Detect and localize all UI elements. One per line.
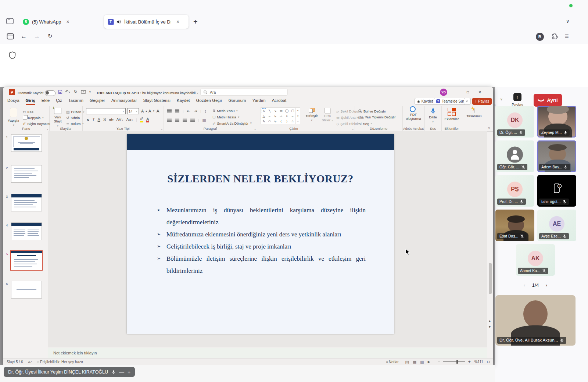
paste-button[interactable]: Yapıştır∨ — [6, 108, 21, 127]
line-spacing-icon[interactable]: ↕ — [204, 109, 207, 113]
tab-audio-icon[interactable] — [116, 19, 121, 24]
slide-thumbnail-2[interactable] — [11, 165, 42, 183]
addins-button[interactable]: Eklentiler — [443, 108, 460, 121]
slide-thumbnail-5-selected[interactable] — [10, 250, 43, 271]
forward-button[interactable]: → — [34, 33, 40, 39]
strikethrough-button[interactable]: ab — [109, 117, 113, 122]
slide-scrollbar[interactable] — [489, 263, 492, 294]
participant-tile[interactable]: PŞ Prof. Dr. ... — [495, 175, 534, 207]
create-pdf-button[interactable]: PDF oluşturma — [405, 107, 422, 121]
shape-icon[interactable]: ↳ — [272, 114, 278, 119]
spellcheck-icon[interactable]: A✓ — [28, 360, 32, 364]
menu-animasyonlar[interactable]: Animasyonlar — [111, 98, 137, 105]
shape-icon[interactable]: ☆ — [290, 119, 295, 124]
pagination-next-icon[interactable]: › — [545, 282, 547, 288]
align-left-icon[interactable] — [167, 118, 172, 122]
shape-icon[interactable]: ⌐ — [290, 114, 295, 119]
shadow-button[interactable]: S — [103, 117, 106, 122]
shape-icon[interactable]: ⌐ — [267, 114, 273, 119]
sidebar-toggle-icon[interactable] — [6, 18, 14, 25]
shape-icon[interactable]: ▢ — [290, 108, 295, 114]
meeting-shield-icon[interactable] — [9, 51, 16, 59]
shapes-gallery-scroll[interactable]: ▴▾≡ — [296, 107, 300, 124]
select-button[interactable]: ↖Seç ∨ — [358, 121, 372, 126]
shape-icon[interactable]: ▭ — [278, 108, 284, 114]
shape-icon[interactable]: } — [284, 119, 290, 124]
current-slide[interactable]: SİZLERDEN NELER BEKLİYORUZ? Mezunlarımız… — [127, 134, 394, 334]
notes-bar[interactable]: Not eklemek için tıklayın — [48, 348, 487, 358]
slideshow-view-icon[interactable]: ▶ — [428, 360, 430, 364]
shape-icon[interactable]: ∿ — [272, 119, 278, 124]
increase-indent-icon[interactable]: ⇥ — [194, 109, 197, 114]
kerning-button[interactable]: AV∨ — [116, 117, 123, 122]
arrange-button[interactable]: Yerleştir∨ — [303, 108, 320, 122]
zoom-percentage[interactable]: %111 — [474, 360, 483, 364]
participant-tile[interactable]: AK Ahmet Ka... — [516, 244, 555, 276]
text-direction-button[interactable]: ⇅Metin Yönü ∨ — [212, 108, 238, 113]
comments-button[interactable] — [464, 98, 471, 105]
menu-ekle[interactable]: Ekle — [42, 98, 50, 105]
participant-tile[interactable]: Zeynep M... — [537, 106, 576, 138]
columns-icon[interactable]: ▥ — [202, 118, 206, 122]
dictate-button[interactable]: Dikte∨ — [426, 108, 440, 124]
menu-gozden-gecir[interactable]: Gözden Geçir — [196, 98, 222, 105]
slide-bullet-list[interactable]: Mezunlarımızın iş dünyası beklentilerini… — [157, 204, 366, 277]
slideshow-icon[interactable] — [81, 90, 86, 94]
collapse-ribbon-icon[interactable]: ∨ — [488, 126, 490, 130]
undo-icon[interactable]: ↶∨ — [65, 89, 70, 94]
grow-font-icon[interactable]: A▲ — [141, 108, 147, 114]
banner-expand-icon[interactable]: + — [128, 369, 130, 375]
menu-yardim[interactable]: Yardım — [252, 98, 265, 105]
window-close-icon[interactable]: × — [478, 89, 481, 95]
notes-toggle-button[interactable]: ≡ Notlar — [386, 360, 399, 364]
normal-view-icon[interactable]: ▤ — [405, 360, 409, 364]
slide-bullet[interactable]: Müfredatımıza eklenmesini önerdiğiniz ye… — [157, 228, 366, 240]
shrink-font-icon[interactable]: A▼ — [148, 108, 155, 114]
new-slide-button[interactable]: + Yeni Slayt∨ — [51, 108, 65, 128]
maximize-icon[interactable]: □ — [467, 90, 469, 94]
new-tab-button[interactable]: + — [193, 18, 198, 25]
tab-teams-meeting[interactable]: T İktisat Bölümü İç ve Dış Pay × — [104, 15, 189, 29]
present-in-teams-button[interactable]: TTeams'de Sun — [434, 98, 467, 105]
participant-tile[interactable]: i tahir öğüt... — [537, 175, 576, 207]
mic-options-chevron-icon[interactable]: ∨ — [500, 97, 503, 101]
dialog-launcher-icon[interactable]: ⌟ — [352, 127, 354, 130]
reload-button[interactable]: ↻ — [48, 33, 53, 39]
participant-tile[interactable]: AE Ayşe Ese... — [537, 210, 576, 241]
pagination-prev-icon[interactable]: ‹ — [524, 282, 526, 288]
menu-acrobat[interactable]: Acrobat — [272, 98, 287, 105]
search-box[interactable]: Ara — [200, 89, 288, 96]
slide-thumbnail-3[interactable] — [11, 194, 42, 211]
align-right-icon[interactable] — [183, 118, 187, 122]
menu-kaydet[interactable]: Kaydet — [177, 98, 190, 105]
shape-icon[interactable]: ◠ — [267, 119, 273, 124]
designer-button[interactable]: Tasarımcı — [465, 108, 483, 118]
font-name-combo[interactable]: ∨ — [86, 108, 126, 114]
firefox-view-icon[interactable] — [7, 33, 14, 40]
change-case-button[interactable]: Aa∨ — [126, 117, 133, 122]
shape-icon[interactable]: ✎ — [261, 119, 267, 124]
redo-icon[interactable]: ↻ — [74, 89, 77, 94]
highlight-color-button[interactable]: ✐ — [140, 117, 143, 122]
menu-gorunum[interactable]: Görünüm — [229, 98, 246, 105]
shape-icon[interactable]: ◯ — [284, 108, 290, 114]
cut-button[interactable]: ✂Kes — [23, 109, 33, 114]
copy-button[interactable]: Kopyala ∨ — [23, 115, 44, 120]
slide-title[interactable]: SİZLERDEN NELER BEKLİYORUZ? — [127, 173, 394, 185]
zoom-out-icon[interactable]: − — [438, 359, 440, 364]
shape-icon[interactable]: △ — [261, 114, 267, 119]
slide-bullet[interactable]: Mezunlarımızın iş dünyası beklentilerini… — [157, 204, 366, 228]
shape-icon[interactable]: ⇩ — [284, 114, 290, 119]
spotlight-video-tile[interactable]: Dr. Öğr. Üye. Ali Burak Aksun... — [495, 295, 576, 346]
ppt-share-button[interactable]: ↑Paylaş — [472, 98, 492, 105]
slide-bullet[interactable]: Bölümümüzle iletişim süreçlerine ilişkin… — [157, 253, 366, 277]
close-tab-icon[interactable]: × — [66, 19, 69, 25]
font-size-combo[interactable]: 14∨ — [127, 108, 139, 114]
list-all-tabs-icon[interactable]: ∨ — [566, 19, 570, 24]
zoom-in-icon[interactable]: + — [468, 359, 471, 364]
participant-tile[interactable]: Öğr. Gör. ... — [495, 140, 534, 172]
participant-tile[interactable]: Adem Bay... — [537, 140, 576, 172]
shape-icon[interactable]: ⇨ — [278, 114, 284, 119]
participant-tile[interactable]: Esat Daş... — [495, 210, 534, 241]
accessibility-status[interactable]: ☉ Erişilebilirlik: Her şey hazır — [37, 360, 83, 364]
